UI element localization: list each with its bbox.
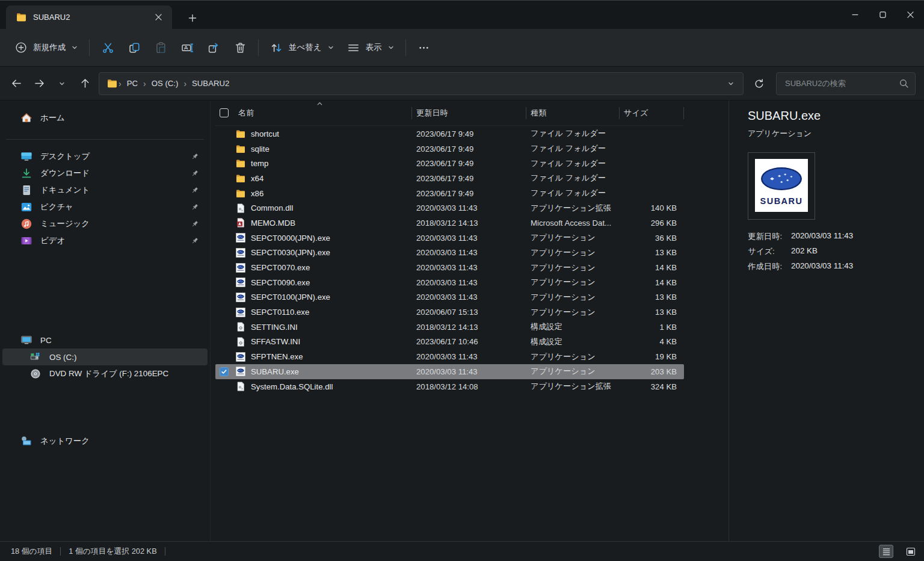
refresh-button[interactable] xyxy=(747,73,771,95)
desktop-icon xyxy=(20,150,32,163)
file-name: x64 xyxy=(251,174,263,183)
file-row[interactable]: SETTING.INI 2018/03/12 14:13 構成設定 1 KB xyxy=(215,320,684,335)
explorer-tab[interactable]: SUBARU2 xyxy=(6,5,172,29)
file-row[interactable]: SEPCT0070.exe 2020/03/03 11:43 アプリケーション … xyxy=(215,260,684,275)
file-type: アプリケーション xyxy=(526,277,619,288)
file-row[interactable]: shortcut 2023/06/17 9:49 ファイル フォルダー xyxy=(215,126,684,141)
file-row[interactable]: SEPCT0030(JPN).exe 2020/03/03 11:43 アプリケ… xyxy=(215,246,684,261)
sidebar-pinned-section: デスクトップ ダウンロード ドキュメント ピクチャ ミュージック ビデオ xyxy=(0,148,210,249)
file-row[interactable]: SEPCT0000(JPN).exe 2020/03/03 11:43 アプリケ… xyxy=(215,231,684,246)
file-date-modified: 2023/06/17 9:49 xyxy=(411,189,526,198)
file-row[interactable]: Common.dll 2020/03/03 11:43 アプリケーション拡張 1… xyxy=(215,200,684,215)
sort-button[interactable]: 並べ替え xyxy=(263,36,340,59)
file-size: 203 KB xyxy=(619,367,684,376)
sidebar-item-dvd-f[interactable]: DVD RW ドライブ (F:) 2106EPC xyxy=(2,365,208,382)
column-header-label: 種類 xyxy=(531,108,546,119)
file-row[interactable]: SFFASTW.INI 2023/06/17 10:46 構成設定 4 KB xyxy=(215,335,684,350)
sidebar-item-videos[interactable]: ビデオ xyxy=(2,232,208,249)
file-row[interactable]: SFPTNEN.exe 2020/03/03 11:43 アプリケーション 19… xyxy=(215,349,684,364)
recent-locations-button[interactable] xyxy=(51,73,73,95)
file-type: アプリケーション拡張 xyxy=(526,381,619,392)
file-row[interactable]: x64 2023/06/17 9:49 ファイル フォルダー xyxy=(215,171,684,186)
search-icon xyxy=(899,78,909,88)
sidebar-item-pc[interactable]: PC xyxy=(2,332,208,349)
sidebar-item-pictures[interactable]: ピクチャ xyxy=(2,199,208,215)
back-button[interactable] xyxy=(5,73,28,95)
column-headers: 名前 更新日時 種類 サイズ xyxy=(215,101,684,126)
file-type: ファイル フォルダー xyxy=(526,128,619,139)
breadcrumb[interactable]: ›PC›OS (C:)›SUBARU2 xyxy=(99,72,744,95)
file-type: アプリケーション xyxy=(526,262,619,273)
close-button[interactable] xyxy=(896,1,924,29)
up-button[interactable] xyxy=(73,73,96,95)
breadcrumb-item[interactable]: SUBARU2 xyxy=(188,77,233,90)
row-checkbox[interactable] xyxy=(220,367,229,376)
details-view-button[interactable] xyxy=(879,545,893,558)
file-row[interactable]: SUBARU.exe 2020/03/03 11:43 アプリケーション 203… xyxy=(215,364,684,379)
file-name: System.Data.SQLite.dll xyxy=(251,382,333,391)
file-row[interactable]: SEPCT0100(JPN).exe 2020/03/03 11:43 アプリケ… xyxy=(215,290,684,305)
select-all-checkbox[interactable] xyxy=(220,108,229,117)
file-type: アプリケーション xyxy=(526,232,619,243)
share-button[interactable] xyxy=(200,36,227,59)
preview-subtitle: アプリケーション xyxy=(748,128,924,139)
detail-value: 202 KB xyxy=(791,246,818,257)
file-row[interactable]: x86 2023/06/17 9:49 ファイル フォルダー xyxy=(215,186,684,201)
column-header-name[interactable]: 名前 xyxy=(233,101,411,125)
detail-label: 更新日時: xyxy=(748,231,791,242)
column-header-type[interactable]: 種類 xyxy=(526,101,619,125)
pin-icon xyxy=(189,169,199,178)
file-type: 構成設定 xyxy=(526,336,619,347)
forward-button[interactable] xyxy=(28,73,51,95)
copy-button[interactable] xyxy=(121,36,147,59)
view-button[interactable]: 表示 xyxy=(340,36,401,59)
tab-close-icon[interactable] xyxy=(150,10,166,25)
column-header-size[interactable]: サイズ xyxy=(619,101,684,125)
sidebar-item-network[interactable]: ネットワーク xyxy=(2,433,208,450)
sidebar-item-music[interactable]: ミュージック xyxy=(2,215,208,232)
pin-icon xyxy=(189,202,199,212)
file-size: 140 KB xyxy=(619,203,684,212)
file-row[interactable]: SEPCT0090.exe 2020/03/03 11:43 アプリケーション … xyxy=(215,275,684,290)
rename-button[interactable] xyxy=(174,36,200,59)
new-button[interactable]: 新規作成 xyxy=(8,36,84,59)
search-input[interactable] xyxy=(784,78,899,88)
file-row[interactable]: sqlite 2023/06/17 9:49 ファイル フォルダー xyxy=(215,141,684,157)
cut-button[interactable] xyxy=(94,36,121,59)
breadcrumb-item[interactable]: OS (C:) xyxy=(147,77,183,90)
delete-icon xyxy=(233,41,247,55)
subaru-exe-icon xyxy=(236,263,245,273)
documents-icon xyxy=(20,184,32,196)
sidebar-item-downloads[interactable]: ダウンロード xyxy=(2,165,208,182)
file-row[interactable]: MEMO.MDB 2018/03/12 14:13 Microsoft Acce… xyxy=(215,215,684,231)
pictures-icon xyxy=(20,201,32,213)
paste-button[interactable] xyxy=(147,36,174,59)
address-dropdown-icon[interactable] xyxy=(722,75,739,92)
sidebar-item-desktop[interactable]: デスクトップ xyxy=(2,148,208,165)
search-box[interactable] xyxy=(776,72,916,95)
column-header-date[interactable]: 更新日時 xyxy=(411,101,526,125)
file-row[interactable]: SEPCT0110.exe 2020/06/07 15:13 アプリケーション … xyxy=(215,305,684,320)
file-row[interactable]: System.Data.SQLite.dll 2018/03/12 14:08 … xyxy=(215,379,684,394)
delete-button[interactable] xyxy=(227,36,253,59)
music-icon xyxy=(20,218,32,230)
breadcrumb-item[interactable]: PC xyxy=(123,77,142,90)
sidebar-item-os-c[interactable]: OS (C:) xyxy=(2,349,208,365)
file-size: 13 KB xyxy=(619,293,684,302)
minimize-button[interactable] xyxy=(841,1,869,29)
file-size: 1 KB xyxy=(619,323,684,332)
maximize-button[interactable] xyxy=(869,1,896,29)
file-size: 296 KB xyxy=(619,219,684,228)
sidebar-item-documents[interactable]: ドキュメント xyxy=(2,182,208,199)
sidebar-item-home[interactable]: ホーム xyxy=(2,109,208,127)
subaru-logo: SUBARU xyxy=(755,159,808,214)
subaru-exe-icon xyxy=(236,352,245,362)
more-options-button[interactable] xyxy=(411,36,437,59)
large-icons-view-button[interactable] xyxy=(904,545,918,558)
subaru-exe-icon xyxy=(236,293,245,302)
file-row[interactable]: temp 2023/06/17 9:49 ファイル フォルダー xyxy=(215,156,684,171)
paste-icon xyxy=(154,41,168,55)
new-tab-button[interactable] xyxy=(184,10,201,26)
file-name: SEPCT0000(JPN).exe xyxy=(251,234,330,243)
sort-ascending-icon xyxy=(316,101,323,107)
